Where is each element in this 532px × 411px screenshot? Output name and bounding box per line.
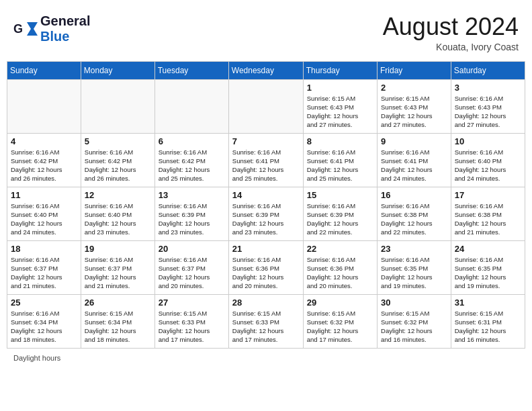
calendar-day-cell: 14Sunrise: 6:16 AM Sunset: 6:39 PM Dayli… <box>228 187 303 240</box>
day-number: 22 <box>307 244 373 254</box>
calendar-day-cell: 20Sunrise: 6:16 AM Sunset: 6:37 PM Dayli… <box>154 240 228 294</box>
calendar-day-header: Thursday <box>303 61 377 79</box>
day-number: 18 <box>11 244 77 254</box>
day-info: Sunrise: 6:16 AM Sunset: 6:37 PM Dayligh… <box>159 255 225 291</box>
calendar-day-cell: 13Sunrise: 6:16 AM Sunset: 6:39 PM Dayli… <box>154 187 228 240</box>
day-number: 9 <box>381 136 447 146</box>
day-number: 10 <box>455 136 521 146</box>
day-info: Sunrise: 6:16 AM Sunset: 6:36 PM Dayligh… <box>307 255 373 291</box>
calendar-day-cell: 30Sunrise: 6:15 AM Sunset: 6:32 PM Dayli… <box>378 294 451 348</box>
calendar-day-cell: 31Sunrise: 6:15 AM Sunset: 6:31 PM Dayli… <box>451 294 525 348</box>
day-info: Sunrise: 6:16 AM Sunset: 6:43 PM Dayligh… <box>455 94 521 130</box>
day-info: Sunrise: 6:16 AM Sunset: 6:37 PM Dayligh… <box>85 255 151 291</box>
calendar-day-cell: 8Sunrise: 6:16 AM Sunset: 6:41 PM Daylig… <box>303 133 377 187</box>
calendar-day-cell: 24Sunrise: 6:16 AM Sunset: 6:35 PM Dayli… <box>451 240 525 294</box>
calendar-day-cell: 19Sunrise: 6:16 AM Sunset: 6:37 PM Dayli… <box>81 240 154 294</box>
day-number: 30 <box>381 298 447 308</box>
day-info: Sunrise: 6:16 AM Sunset: 6:41 PM Dayligh… <box>232 148 300 183</box>
day-info: Sunrise: 6:15 AM Sunset: 6:43 PM Dayligh… <box>307 94 373 130</box>
calendar-day-cell: 12Sunrise: 6:16 AM Sunset: 6:40 PM Dayli… <box>81 187 154 240</box>
calendar-day-cell: 3Sunrise: 6:16 AM Sunset: 6:43 PM Daylig… <box>451 79 525 133</box>
day-info: Sunrise: 6:15 AM Sunset: 6:34 PM Dayligh… <box>85 309 151 345</box>
day-number: 2 <box>381 83 447 93</box>
day-number: 17 <box>455 190 521 200</box>
day-info: Sunrise: 6:15 AM Sunset: 6:31 PM Dayligh… <box>455 309 521 345</box>
day-number: 27 <box>159 298 225 308</box>
day-number: 19 <box>85 244 151 254</box>
calendar-day-cell <box>228 79 303 133</box>
calendar-day-cell: 26Sunrise: 6:15 AM Sunset: 6:34 PM Dayli… <box>81 294 154 348</box>
svg-text:G: G <box>13 22 23 36</box>
logo: G General Blue <box>13 13 90 44</box>
calendar-day-cell: 17Sunrise: 6:16 AM Sunset: 6:38 PM Dayli… <box>451 187 525 240</box>
calendar-day-cell: 25Sunrise: 6:16 AM Sunset: 6:34 PM Dayli… <box>7 294 81 348</box>
day-info: Sunrise: 6:16 AM Sunset: 6:42 PM Dayligh… <box>85 148 151 183</box>
calendar-day-cell: 22Sunrise: 6:16 AM Sunset: 6:36 PM Dayli… <box>303 240 377 294</box>
calendar-day-header: Sunday <box>7 61 81 79</box>
calendar-day-cell: 16Sunrise: 6:16 AM Sunset: 6:38 PM Dayli… <box>378 187 451 240</box>
day-info: Sunrise: 6:15 AM Sunset: 6:43 PM Dayligh… <box>381 94 447 130</box>
day-number: 23 <box>381 244 447 254</box>
day-number: 29 <box>307 298 373 308</box>
calendar-day-cell: 18Sunrise: 6:16 AM Sunset: 6:37 PM Dayli… <box>7 240 81 294</box>
calendar-day-header: Friday <box>378 61 451 79</box>
location-subtitle: Kouata, Ivory Coast <box>383 42 519 52</box>
logo-blue-text: Blue <box>40 29 69 44</box>
calendar-day-cell <box>81 79 154 133</box>
calendar-footer: Daylight hours <box>7 353 525 363</box>
month-year-title: August 2024 <box>383 13 519 40</box>
calendar-day-cell: 9Sunrise: 6:16 AM Sunset: 6:41 PM Daylig… <box>378 133 451 187</box>
day-info: Sunrise: 6:16 AM Sunset: 6:42 PM Dayligh… <box>159 148 225 183</box>
calendar-day-cell: 15Sunrise: 6:16 AM Sunset: 6:39 PM Dayli… <box>303 187 377 240</box>
calendar-day-cell: 29Sunrise: 6:15 AM Sunset: 6:32 PM Dayli… <box>303 294 377 348</box>
logo-general-text: General <box>40 13 90 28</box>
day-number: 5 <box>85 136 151 146</box>
calendar-day-cell: 23Sunrise: 6:16 AM Sunset: 6:35 PM Dayli… <box>378 240 451 294</box>
day-info: Sunrise: 6:16 AM Sunset: 6:42 PM Dayligh… <box>11 148 77 183</box>
svg-marker-1 <box>27 22 38 36</box>
calendar-day-cell: 28Sunrise: 6:15 AM Sunset: 6:33 PM Dayli… <box>228 294 303 348</box>
title-block: August 2024 Kouata, Ivory Coast <box>383 13 519 52</box>
day-info: Sunrise: 6:16 AM Sunset: 6:37 PM Dayligh… <box>11 255 77 291</box>
calendar-day-cell: 4Sunrise: 6:16 AM Sunset: 6:42 PM Daylig… <box>7 133 81 187</box>
day-number: 14 <box>232 190 300 200</box>
calendar-day-cell: 6Sunrise: 6:16 AM Sunset: 6:42 PM Daylig… <box>154 133 228 187</box>
day-info: Sunrise: 6:16 AM Sunset: 6:39 PM Dayligh… <box>307 201 373 237</box>
day-info: Sunrise: 6:16 AM Sunset: 6:38 PM Dayligh… <box>381 201 447 237</box>
calendar-week-row: 4Sunrise: 6:16 AM Sunset: 6:42 PM Daylig… <box>7 133 525 187</box>
calendar-day-cell <box>7 79 81 133</box>
calendar-day-cell: 10Sunrise: 6:16 AM Sunset: 6:40 PM Dayli… <box>451 133 525 187</box>
day-number: 4 <box>11 136 77 146</box>
day-number: 31 <box>455 298 521 308</box>
day-number: 7 <box>232 136 300 146</box>
day-number: 20 <box>159 244 225 254</box>
daylight-hours-label: Daylight hours <box>13 354 60 362</box>
day-number: 26 <box>85 298 151 308</box>
calendar-day-header: Monday <box>81 61 154 79</box>
day-info: Sunrise: 6:16 AM Sunset: 6:35 PM Dayligh… <box>455 255 521 291</box>
calendar-week-row: 18Sunrise: 6:16 AM Sunset: 6:37 PM Dayli… <box>7 240 525 294</box>
calendar-day-cell: 21Sunrise: 6:16 AM Sunset: 6:36 PM Dayli… <box>228 240 303 294</box>
day-number: 12 <box>85 190 151 200</box>
day-info: Sunrise: 6:16 AM Sunset: 6:36 PM Dayligh… <box>232 255 300 291</box>
day-info: Sunrise: 6:16 AM Sunset: 6:38 PM Dayligh… <box>455 201 521 237</box>
calendar-day-cell: 5Sunrise: 6:16 AM Sunset: 6:42 PM Daylig… <box>81 133 154 187</box>
day-number: 6 <box>159 136 225 146</box>
calendar-day-cell: 27Sunrise: 6:15 AM Sunset: 6:33 PM Dayli… <box>154 294 228 348</box>
day-number: 3 <box>455 83 521 93</box>
day-number: 28 <box>232 298 300 308</box>
calendar-header-row: SundayMondayTuesdayWednesdayThursdayFrid… <box>7 61 525 79</box>
day-number: 24 <box>455 244 521 254</box>
calendar-day-header: Wednesday <box>228 61 303 79</box>
calendar-day-cell: 7Sunrise: 6:16 AM Sunset: 6:41 PM Daylig… <box>228 133 303 187</box>
day-info: Sunrise: 6:16 AM Sunset: 6:40 PM Dayligh… <box>85 201 151 237</box>
calendar-table: SundayMondayTuesdayWednesdayThursdayFrid… <box>7 61 525 349</box>
day-number: 1 <box>307 83 373 93</box>
calendar-day-cell: 11Sunrise: 6:16 AM Sunset: 6:40 PM Dayli… <box>7 187 81 240</box>
calendar-week-row: 11Sunrise: 6:16 AM Sunset: 6:40 PM Dayli… <box>7 187 525 240</box>
logo-icon: G <box>13 19 38 38</box>
day-info: Sunrise: 6:15 AM Sunset: 6:32 PM Dayligh… <box>381 309 447 345</box>
calendar-week-row: 1Sunrise: 6:15 AM Sunset: 6:43 PM Daylig… <box>7 79 525 133</box>
day-number: 15 <box>307 190 373 200</box>
page-header: G General Blue August 2024 Kouata, Ivory… <box>7 7 525 56</box>
